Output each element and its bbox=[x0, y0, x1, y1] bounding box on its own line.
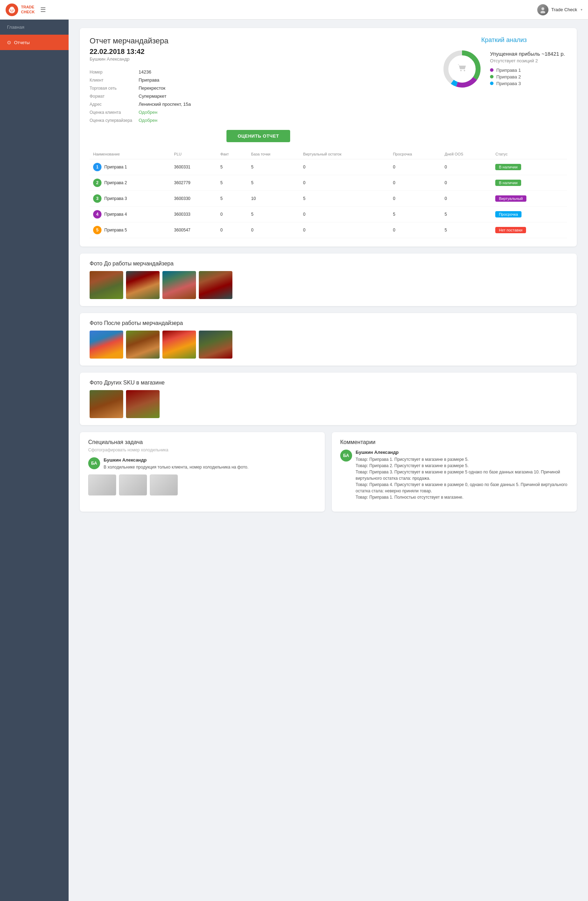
photo-after-1[interactable] bbox=[90, 330, 123, 359]
evaluate-button[interactable]: ОЦЕНИТЬ ОТЧЕТ bbox=[226, 130, 290, 142]
td-virtual-3: 0 bbox=[300, 207, 390, 222]
photos-before-title: Фото До работы мерчандайзера bbox=[90, 260, 567, 267]
photo-after-4[interactable] bbox=[199, 330, 232, 359]
task-photo-1[interactable] bbox=[88, 474, 116, 496]
td-base-0: 5 bbox=[248, 159, 300, 175]
th-virtual: Виртуальный остаток bbox=[300, 149, 390, 159]
photo-after-3[interactable] bbox=[162, 330, 196, 359]
task-photo-3[interactable] bbox=[150, 474, 178, 496]
legend-item-0: Приправа 1 bbox=[490, 68, 567, 73]
svg-point-5 bbox=[541, 7, 544, 10]
special-task-content: Бушкин Александр В холодильнике продукци… bbox=[104, 457, 249, 470]
analysis-title: Краткий анализ bbox=[441, 36, 567, 44]
bottom-sections: Специальная задача Сфотографировать номе… bbox=[80, 432, 577, 511]
analysis-missing: Отсутствует позиций 2 bbox=[490, 58, 567, 63]
avatar bbox=[537, 4, 548, 16]
td-status-1: В наличии bbox=[492, 175, 567, 191]
report-card: Отчет мерчандайзера 22.02.2018 13:42 Буш… bbox=[80, 28, 577, 246]
td-overdue-1: 0 bbox=[390, 175, 441, 191]
td-virtual-1: 0 bbox=[300, 175, 390, 191]
th-plu: PLU bbox=[170, 149, 217, 159]
th-status: Статус bbox=[492, 149, 567, 159]
report-author: Бушкин Александр bbox=[90, 56, 427, 62]
table-row: 4 Приправа 4 360033305055Просрочка bbox=[90, 207, 567, 222]
logo-text: TRADE CHECK bbox=[21, 5, 35, 14]
photo-after-2[interactable] bbox=[126, 330, 160, 359]
info-row-number: Номер 14236 bbox=[90, 68, 427, 76]
td-base-1: 5 bbox=[248, 175, 300, 191]
photos-after-section: Фото После работы мерчандайзера bbox=[80, 313, 577, 366]
table-row: 5 Приправа 5 360054700005Нет поставки bbox=[90, 222, 567, 238]
header-username: Trade Check bbox=[551, 7, 577, 12]
photos-other-title: Фото Других SKU в магазине bbox=[90, 380, 567, 386]
td-plu-4: 3600547 bbox=[170, 222, 217, 238]
td-fact-1: 5 bbox=[217, 175, 247, 191]
cart-icon bbox=[456, 62, 468, 76]
td-overdue-4: 0 bbox=[390, 222, 441, 238]
sidebar-reports-label: Отчеты bbox=[14, 40, 30, 45]
svg-point-13 bbox=[464, 70, 465, 72]
main-content: Отчет мерчандайзера 22.02.2018 13:42 Буш… bbox=[68, 20, 588, 901]
header-dropdown-arrow[interactable]: ▾ bbox=[581, 8, 582, 12]
logo-area: TRADE CHECK bbox=[6, 3, 35, 16]
comments-text: Товар: Приправа 1. Присутствует в магази… bbox=[356, 456, 568, 500]
analysis-section: Краткий анализ bbox=[441, 36, 567, 90]
td-name-2: 3 Приправа 3 bbox=[90, 191, 170, 207]
td-name-0: 1 Приправа 1 bbox=[90, 159, 170, 175]
td-plu-1: 3602779 bbox=[170, 175, 217, 191]
td-overdue-2: 0 bbox=[390, 191, 441, 207]
photo-before-1[interactable] bbox=[90, 271, 123, 299]
sidebar-item-home[interactable]: Главная bbox=[0, 20, 68, 35]
svg-point-3 bbox=[11, 9, 12, 11]
comments-content: Бушкин Александр Товар: Приправа 1. Прис… bbox=[356, 450, 568, 500]
td-status-3: Просрочка bbox=[492, 207, 567, 222]
comments-author-name: Бушкин Александр bbox=[356, 450, 568, 455]
td-overdue-3: 5 bbox=[390, 207, 441, 222]
special-task-title: Специальная задача bbox=[88, 439, 316, 446]
comments-avatar: БА bbox=[340, 450, 352, 461]
info-row-supervisor-rating: Оценка супервайзера Одобрен bbox=[90, 116, 427, 124]
svg-point-4 bbox=[12, 9, 14, 11]
td-virtual-2: 5 bbox=[300, 191, 390, 207]
photos-before-grid bbox=[90, 271, 567, 299]
td-name-3: 4 Приправа 4 bbox=[90, 207, 170, 222]
td-fact-3: 0 bbox=[217, 207, 247, 222]
td-oos-1: 0 bbox=[441, 175, 492, 191]
sidebar: Главная ⊙ Отчеты bbox=[0, 20, 68, 901]
comments-title: Комментарии bbox=[340, 439, 568, 446]
special-task-text: В холодильнике продукция только клиента,… bbox=[104, 464, 249, 470]
top-header: TRADE CHECK ☰ Trade Check ▾ bbox=[0, 0, 588, 20]
sidebar-item-reports[interactable]: ⊙ Отчеты bbox=[0, 35, 68, 50]
photo-before-3[interactable] bbox=[162, 271, 196, 299]
td-fact-2: 5 bbox=[217, 191, 247, 207]
info-table: Номер 14236 Клиент Приправа Торговая сет… bbox=[90, 68, 427, 124]
reports-icon: ⊙ bbox=[7, 40, 11, 45]
special-task-author-row: БА Бушкин Александр В холодильнике проду… bbox=[88, 457, 316, 470]
td-oos-2: 0 bbox=[441, 191, 492, 207]
photos-other-grid bbox=[90, 390, 567, 418]
table-row: 1 Приправа 1 360033155000В наличии bbox=[90, 159, 567, 175]
td-name-1: 2 Приправа 2 bbox=[90, 175, 170, 191]
photo-before-2[interactable] bbox=[126, 271, 160, 299]
analysis-body: Упущенная прибыль ~18421 р. Отсутствует … bbox=[441, 48, 567, 90]
photo-before-4[interactable] bbox=[199, 271, 232, 299]
info-row-format: Формат Супермаркет bbox=[90, 92, 427, 100]
th-base: База точки bbox=[248, 149, 300, 159]
hamburger-button[interactable]: ☰ bbox=[40, 6, 46, 14]
task-photo-2[interactable] bbox=[119, 474, 147, 496]
donut-chart bbox=[441, 48, 483, 90]
legend-dot-2 bbox=[490, 82, 493, 85]
th-oos: Дней OOS bbox=[441, 149, 492, 159]
td-fact-0: 5 bbox=[217, 159, 247, 175]
table-header-row: Наименование PLU Факт База точки Виртуал… bbox=[90, 149, 567, 159]
app-wrapper: TRADE CHECK ☰ Trade Check ▾ Главная ⊙ bbox=[0, 0, 588, 901]
legend-dot-0 bbox=[490, 68, 493, 72]
td-oos-3: 5 bbox=[441, 207, 492, 222]
td-plu-0: 3600331 bbox=[170, 159, 217, 175]
td-oos-0: 0 bbox=[441, 159, 492, 175]
td-oos-4: 5 bbox=[441, 222, 492, 238]
photo-other-1[interactable] bbox=[90, 390, 123, 418]
th-overdue: Просрочка bbox=[390, 149, 441, 159]
td-plu-3: 3600333 bbox=[170, 207, 217, 222]
photo-other-2[interactable] bbox=[126, 390, 160, 418]
